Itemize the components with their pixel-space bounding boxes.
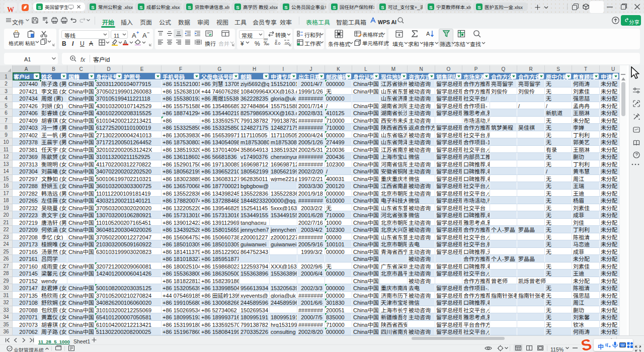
svg-text:S: S [580, 336, 594, 352]
svg-text:6.0: 6.0 [275, 40, 281, 45]
svg-text:A: A [426, 30, 430, 37]
